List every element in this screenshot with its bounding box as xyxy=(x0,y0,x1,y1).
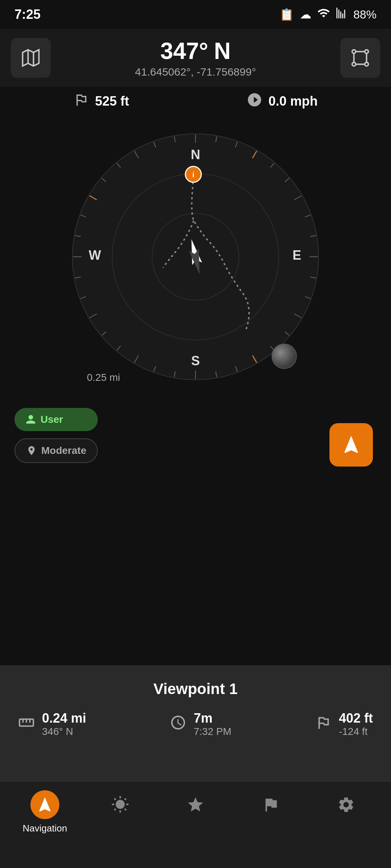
clock-icon xyxy=(170,714,186,734)
elevation-icon xyxy=(315,714,332,734)
elevation-stat: 525 ft xyxy=(73,92,129,111)
nav-icon-weather xyxy=(106,790,135,819)
svg-text:i: i xyxy=(192,171,194,179)
distance-value: 0.24 mi xyxy=(42,711,86,726)
top-bar: 347° N 41.645062°, -71.756899° xyxy=(0,29,391,87)
user-tag-button[interactable]: User xyxy=(14,408,98,431)
difficulty-tag-label: Moderate xyxy=(41,445,86,456)
svg-text:S: S xyxy=(191,353,200,368)
svg-text:E: E xyxy=(293,248,301,263)
waypoint-distance: 0.24 mi 346° N xyxy=(18,711,86,737)
heading-coords: 41.645062°, -71.756899° xyxy=(135,66,256,78)
waypoint-eta: 7m 7:32 PM xyxy=(170,711,231,737)
tablet-icon: 📋 xyxy=(279,8,294,21)
distance-bearing: 346° N xyxy=(42,726,86,737)
stats-row: 525 ft 0.0 mph xyxy=(0,87,391,116)
moon-icon xyxy=(272,344,297,369)
difficulty-tag-button[interactable]: Moderate xyxy=(14,438,98,463)
svg-point-4 xyxy=(352,63,356,66)
nav-item-track[interactable] xyxy=(233,790,308,823)
speed-icon xyxy=(247,92,262,111)
svg-point-2 xyxy=(352,50,356,54)
svg-text:N: N xyxy=(191,147,200,162)
battery-level: 88% xyxy=(353,8,377,21)
nav-item-explore[interactable] xyxy=(158,790,233,823)
nav-label-navigation: Navigation xyxy=(23,823,67,834)
overlay-buttons: User Moderate xyxy=(14,408,98,463)
mountain-icon xyxy=(73,92,89,111)
waypoint-title: Viewpoint 1 xyxy=(18,680,373,698)
waypoint-panel: Viewpoint 1 0.24 mi 346° N 7m 7:32 PM xyxy=(0,665,391,781)
eta-value: 7m xyxy=(194,711,231,726)
status-bar: 7:25 📋 ☁ 88% xyxy=(0,0,391,29)
elev-change-value: -124 ft xyxy=(339,726,373,737)
map-button[interactable] xyxy=(11,38,51,78)
elev-gain-value: 402 ft xyxy=(339,711,373,726)
signal-icon xyxy=(336,7,348,22)
nav-icon-explore xyxy=(181,790,210,819)
compass-container: N S E W i 0.25 mi xyxy=(65,127,326,387)
svg-point-3 xyxy=(365,50,369,54)
nav-item-navigation[interactable]: Navigation xyxy=(7,790,83,834)
heading-direction: N xyxy=(214,38,231,64)
wifi-icon xyxy=(317,7,330,22)
ruler-icon xyxy=(18,714,35,734)
speed-stat: 0.0 mph xyxy=(247,92,318,111)
status-icons: 📋 ☁ 88% xyxy=(279,7,377,22)
heading-info: 347° N 41.645062°, -71.756899° xyxy=(135,38,256,78)
waypoint-stats: 0.24 mi 346° N 7m 7:32 PM 402 ft -124 ft xyxy=(18,711,373,737)
compass-area: N S E W i 0.25 mi xyxy=(0,116,391,387)
routes-button[interactable] xyxy=(340,38,380,78)
elevation-value: 525 ft xyxy=(95,94,129,109)
status-time: 7:25 xyxy=(14,7,41,22)
nav-icon-settings xyxy=(332,790,361,819)
svg-text:W: W xyxy=(89,248,101,263)
waypoint-elevation: 402 ft -124 ft xyxy=(315,711,373,737)
nav-icon-navigation xyxy=(30,790,59,819)
heading-degrees: 347° xyxy=(160,38,208,64)
nav-item-settings[interactable] xyxy=(308,790,384,823)
nav-item-weather[interactable] xyxy=(83,790,158,823)
compass-scale: 0.25 mi xyxy=(87,372,120,383)
bottom-nav: Navigation xyxy=(0,781,391,868)
cloud-icon: ☁ xyxy=(300,8,311,21)
navigate-fab[interactable] xyxy=(329,423,373,467)
eta-time: 7:32 PM xyxy=(194,726,231,737)
user-tag-label: User xyxy=(41,414,63,425)
speed-value: 0.0 mph xyxy=(268,94,318,109)
svg-point-5 xyxy=(365,63,369,66)
nav-icon-track xyxy=(256,790,285,819)
